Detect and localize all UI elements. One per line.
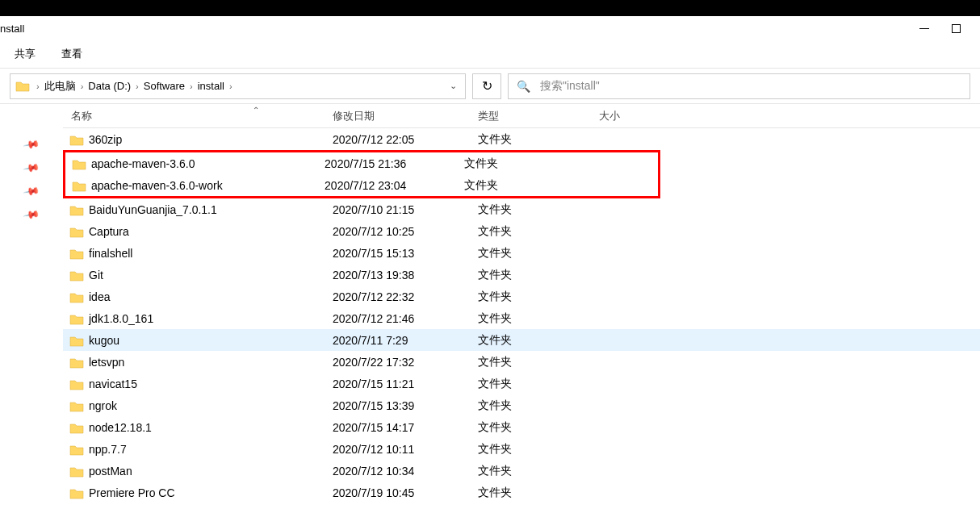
table-row[interactable]: apache-maven-3.6.0-work2020/7/12 23:04文件… bbox=[65, 174, 658, 196]
file-rows: 360zip2020/7/12 22:05文件夹apache-maven-3.6… bbox=[63, 128, 980, 503]
pin-icon[interactable]: 📌 bbox=[23, 159, 40, 176]
file-type: 文件夹 bbox=[478, 420, 599, 435]
table-row[interactable]: Captura2020/7/12 10:25文件夹 bbox=[63, 220, 980, 242]
table-row[interactable]: idea2020/7/12 22:32文件夹 bbox=[63, 286, 980, 307]
folder-icon bbox=[69, 487, 84, 499]
file-name-cell: letsvpn bbox=[69, 356, 333, 369]
column-header-size[interactable]: 大小 bbox=[599, 109, 680, 123]
sort-indicator-icon: ⌃ bbox=[253, 106, 259, 115]
column-header-type[interactable]: 类型 bbox=[478, 109, 599, 123]
search-placeholder: 搜索"install" bbox=[540, 79, 600, 94]
table-row[interactable]: Premiere Pro CC2020/7/19 10:45文件夹 bbox=[63, 482, 980, 503]
table-row[interactable]: apache-maven-3.6.02020/7/15 21:36文件夹 bbox=[65, 152, 658, 174]
breadcrumb-pc[interactable]: 此电脑 bbox=[41, 79, 79, 94]
file-name: idea bbox=[89, 290, 110, 303]
tab-view[interactable]: 查看 bbox=[61, 47, 82, 61]
folder-icon bbox=[69, 422, 84, 433]
table-row[interactable]: node12.18.12020/7/15 14:17文件夹 bbox=[63, 416, 980, 438]
column-header-name[interactable]: 名称 bbox=[69, 109, 333, 123]
file-name-cell: BaiduYunGuanjia_7.0.1.1 bbox=[69, 203, 333, 216]
chevron-right-icon[interactable]: › bbox=[134, 81, 140, 91]
file-name: letsvpn bbox=[89, 356, 124, 369]
file-date: 2020/7/12 21:46 bbox=[333, 312, 478, 325]
table-row[interactable]: npp.7.72020/7/12 10:11文件夹 bbox=[63, 438, 980, 460]
file-date: 2020/7/22 17:32 bbox=[333, 356, 478, 369]
title-bar: nstall bbox=[0, 16, 980, 40]
breadcrumb-software[interactable]: Software bbox=[140, 80, 188, 92]
address-bar-row: › 此电脑 › Data (D:) › Software › install ›… bbox=[0, 69, 980, 104]
refresh-icon: ↻ bbox=[482, 78, 492, 94]
file-name-cell: npp.7.7 bbox=[69, 443, 333, 456]
window-title: nstall bbox=[0, 23, 24, 35]
file-name-cell: idea bbox=[69, 290, 333, 303]
file-type: 文件夹 bbox=[464, 178, 580, 193]
folder-icon bbox=[69, 444, 84, 455]
refresh-button[interactable]: ↻ bbox=[472, 73, 501, 99]
file-date: 2020/7/12 22:05 bbox=[333, 133, 478, 146]
pin-icon[interactable]: 📌 bbox=[23, 136, 40, 152]
tab-share[interactable]: 共享 bbox=[15, 47, 36, 61]
table-row[interactable]: ngrok2020/7/15 13:39文件夹 bbox=[63, 394, 980, 416]
ribbon-tabs: 共享 查看 bbox=[0, 40, 980, 69]
table-row[interactable]: postMan2020/7/12 10:34文件夹 bbox=[63, 460, 980, 482]
file-type: 文件夹 bbox=[478, 224, 599, 239]
minimize-icon[interactable] bbox=[919, 28, 929, 29]
file-date: 2020/7/12 10:11 bbox=[333, 443, 478, 456]
search-input[interactable]: 🔍 搜索"install" bbox=[508, 73, 970, 99]
table-row[interactable]: jdk1.8.0_1612020/7/12 21:46文件夹 bbox=[63, 307, 980, 329]
chevron-right-icon[interactable]: › bbox=[188, 81, 195, 91]
table-row[interactable]: finalshell2020/7/15 15:13文件夹 bbox=[63, 242, 980, 264]
chevron-down-icon[interactable]: ⌄ bbox=[450, 81, 457, 91]
folder-icon bbox=[69, 204, 84, 215]
maximize-icon[interactable] bbox=[952, 24, 961, 33]
file-type: 文件夹 bbox=[478, 486, 599, 500]
file-name-cell: apache-maven-3.6.0 bbox=[72, 157, 325, 170]
folder-icon bbox=[69, 465, 84, 477]
search-icon: 🔍 bbox=[517, 80, 530, 93]
file-date: 2020/7/12 10:34 bbox=[333, 465, 478, 478]
file-name-cell: finalshell bbox=[69, 247, 333, 260]
chevron-right-icon[interactable]: › bbox=[35, 81, 41, 91]
file-name-cell: postMan bbox=[69, 465, 333, 478]
folder-icon bbox=[72, 180, 86, 191]
file-type: 文件夹 bbox=[478, 311, 599, 326]
file-name-cell: navicat15 bbox=[69, 378, 333, 390]
table-row[interactable]: BaiduYunGuanjia_7.0.1.12020/7/10 21:15文件… bbox=[63, 198, 980, 220]
file-type: 文件夹 bbox=[478, 377, 599, 391]
file-type: 文件夹 bbox=[478, 355, 599, 369]
table-row[interactable]: letsvpn2020/7/22 17:32文件夹 bbox=[63, 351, 980, 373]
file-name-cell: 360zip bbox=[69, 133, 333, 146]
file-name-cell: node12.18.1 bbox=[69, 421, 333, 434]
chevron-right-icon[interactable]: › bbox=[79, 81, 86, 91]
file-date: 2020/7/15 13:39 bbox=[333, 399, 478, 412]
file-type: 文件夹 bbox=[478, 268, 599, 282]
table-row[interactable]: 360zip2020/7/12 22:05文件夹 bbox=[63, 128, 980, 150]
file-name: npp.7.7 bbox=[89, 443, 127, 456]
folder-icon bbox=[69, 248, 84, 259]
window-controls bbox=[919, 24, 980, 33]
column-header-date[interactable]: 修改日期 bbox=[333, 109, 478, 123]
chevron-right-icon[interactable]: › bbox=[228, 81, 234, 91]
table-row[interactable]: navicat152020/7/15 11:21文件夹 bbox=[63, 373, 980, 394]
file-name-cell: Premiere Pro CC bbox=[69, 486, 333, 499]
file-date: 2020/7/15 14:17 bbox=[333, 421, 478, 434]
file-date: 2020/7/12 10:25 bbox=[333, 225, 478, 238]
file-name: navicat15 bbox=[89, 378, 137, 390]
file-name: finalshell bbox=[89, 247, 132, 260]
file-name: postMan bbox=[89, 465, 132, 478]
table-row[interactable]: Git2020/7/13 19:38文件夹 bbox=[63, 264, 980, 286]
file-date: 2020/7/11 7:29 bbox=[333, 334, 478, 347]
file-name: jdk1.8.0_161 bbox=[89, 312, 153, 325]
file-type: 文件夹 bbox=[478, 290, 599, 304]
breadcrumb-drive[interactable]: Data (D:) bbox=[85, 80, 134, 92]
file-date: 2020/7/13 19:38 bbox=[333, 269, 478, 282]
pin-icon[interactable]: 📌 bbox=[23, 206, 40, 223]
file-name: Captura bbox=[89, 225, 129, 238]
file-name: kugou bbox=[89, 334, 119, 347]
table-row[interactable]: kugou2020/7/11 7:29文件夹 bbox=[63, 329, 980, 351]
breadcrumb-install[interactable]: install bbox=[195, 80, 228, 92]
pin-icon[interactable]: 📌 bbox=[23, 182, 40, 199]
file-type: 文件夹 bbox=[464, 156, 580, 171]
file-name: node12.18.1 bbox=[89, 421, 152, 434]
breadcrumb[interactable]: › 此电脑 › Data (D:) › Software › install ›… bbox=[10, 73, 466, 99]
